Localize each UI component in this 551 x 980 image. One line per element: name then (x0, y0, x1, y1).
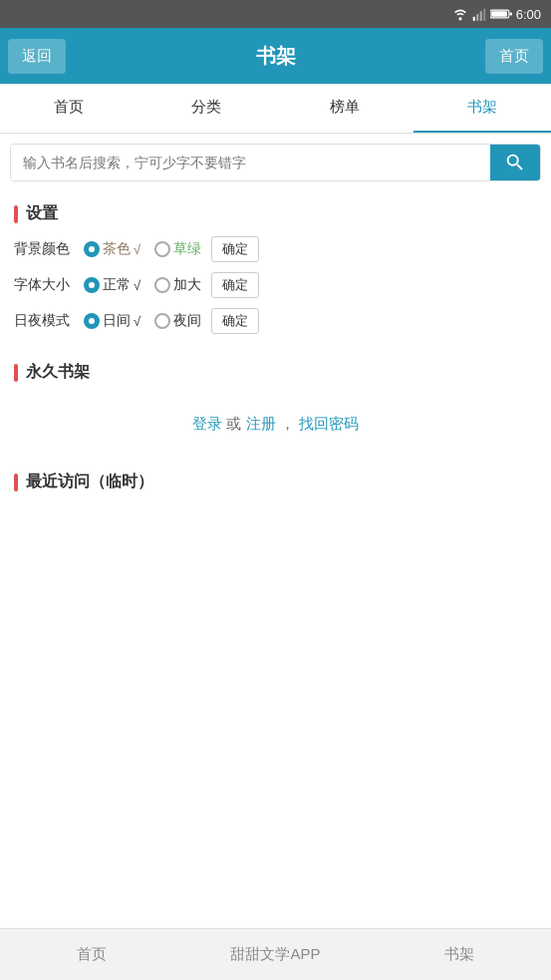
bg-tea-radio[interactable] (84, 241, 100, 257)
font-size-confirm[interactable]: 确定 (211, 272, 259, 298)
recent-visits-title: 最近访问（临时） (14, 472, 537, 492)
bg-color-row: 背景颜色 茶色 √ 草绿 确定 (14, 236, 537, 262)
register-link[interactable]: 注册 (246, 415, 276, 432)
font-large-label: 加大 (173, 276, 201, 294)
svg-rect-6 (491, 11, 507, 17)
font-size-row: 字体大小 正常 √ 加大 确定 (14, 272, 537, 298)
night-option[interactable]: 夜间 (154, 312, 201, 330)
status-bar: 6:00 (0, 0, 551, 28)
permanent-shelf-section: 永久书架 登录 或 注册 ， 找回密码 (0, 350, 551, 460)
bg-tea-check: √ (134, 242, 140, 257)
font-normal-check: √ (134, 278, 140, 293)
svg-rect-1 (476, 14, 478, 21)
comma-text: ， (280, 415, 295, 432)
svg-rect-5 (509, 12, 511, 15)
day-option[interactable]: 日间 √ (84, 312, 140, 330)
font-normal-label: 正常 (103, 276, 131, 294)
day-radio[interactable] (84, 313, 100, 329)
bg-tea-option[interactable]: 茶色 √ (84, 240, 140, 258)
tab-rank[interactable]: 榜单 (276, 84, 413, 133)
search-bar (10, 144, 541, 181)
app-header: 返回 书架 首页 (0, 28, 551, 84)
footer-app[interactable]: 甜甜文学APP (183, 929, 367, 980)
recover-link[interactable]: 找回密码 (299, 415, 359, 432)
day-night-confirm[interactable]: 确定 (211, 308, 259, 334)
battery-icon (490, 8, 512, 20)
content-area: 设置 背景颜色 茶色 √ 草绿 确定 字体大小 (0, 144, 551, 570)
svg-rect-0 (472, 17, 474, 21)
header-title: 书架 (256, 43, 296, 70)
night-label: 夜间 (173, 312, 201, 330)
bg-color-options: 茶色 √ 草绿 确定 (84, 236, 537, 262)
bg-tea-label: 茶色 (103, 240, 131, 258)
search-button[interactable] (490, 145, 540, 180)
day-check: √ (134, 314, 140, 329)
tab-home[interactable]: 首页 (0, 84, 138, 133)
footer: 首页 甜甜文学APP 书架 (0, 928, 551, 980)
back-button[interactable]: 返回 (8, 39, 66, 74)
title-bar-accent (14, 205, 18, 223)
font-normal-option[interactable]: 正常 √ (84, 276, 140, 294)
shelf-title-accent (14, 364, 18, 382)
home-button[interactable]: 首页 (485, 39, 543, 74)
settings-section: 设置 背景颜色 茶色 √ 草绿 确定 字体大小 (0, 191, 551, 350)
night-radio[interactable] (154, 313, 170, 329)
font-size-options: 正常 √ 加大 确定 (84, 272, 537, 298)
recent-visits-section: 最近访问（临时） (0, 460, 551, 510)
signal-icon (472, 7, 486, 21)
day-night-row: 日夜模式 日间 √ 夜间 确定 (14, 308, 537, 334)
bg-color-label: 背景颜色 (14, 240, 84, 258)
login-link[interactable]: 登录 (192, 415, 222, 432)
or-text: 或 (226, 415, 245, 432)
bg-green-radio[interactable] (154, 241, 170, 257)
login-area: 登录 或 注册 ， 找回密码 (14, 395, 537, 454)
clock: 6:00 (516, 7, 541, 22)
svg-rect-2 (479, 11, 481, 21)
font-large-option[interactable]: 加大 (154, 276, 201, 294)
day-night-label: 日夜模式 (14, 312, 84, 330)
search-icon (504, 152, 526, 173)
nav-tabs: 首页 分类 榜单 书架 (0, 84, 551, 134)
font-normal-radio[interactable] (84, 277, 100, 293)
footer-home[interactable]: 首页 (0, 929, 183, 980)
search-input[interactable] (11, 145, 490, 180)
bg-green-label: 草绿 (173, 240, 201, 258)
day-label: 日间 (103, 312, 131, 330)
font-size-label: 字体大小 (14, 276, 84, 294)
tab-shelf[interactable]: 书架 (413, 84, 551, 133)
bg-green-option[interactable]: 草绿 (154, 240, 201, 258)
wifi-icon (452, 7, 468, 21)
recent-title-accent (14, 474, 18, 491)
permanent-shelf-title: 永久书架 (14, 362, 537, 383)
bg-color-confirm[interactable]: 确定 (211, 236, 259, 262)
svg-rect-3 (483, 8, 485, 21)
status-icons: 6:00 (452, 7, 541, 22)
footer-shelf[interactable]: 书架 (368, 929, 551, 980)
day-night-options: 日间 √ 夜间 确定 (84, 308, 537, 334)
settings-title: 设置 (14, 203, 537, 224)
tab-category[interactable]: 分类 (138, 84, 275, 133)
font-large-radio[interactable] (154, 277, 170, 293)
